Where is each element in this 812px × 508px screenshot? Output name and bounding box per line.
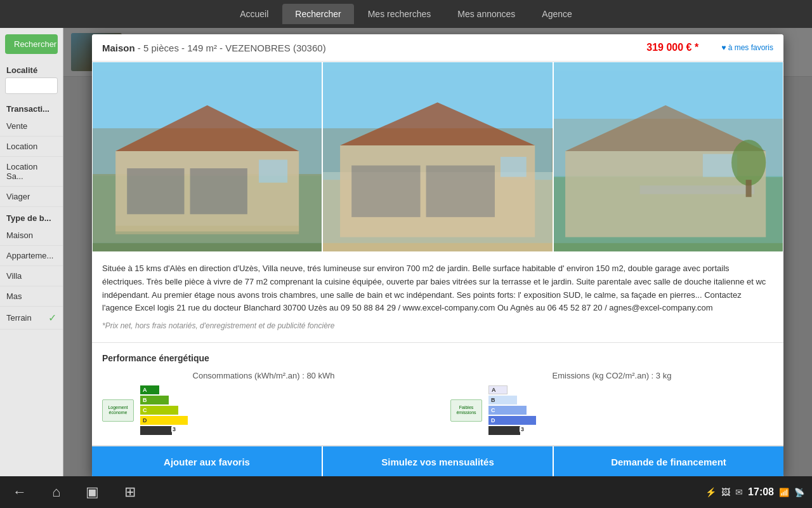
localite-input[interactable] (5, 77, 58, 94)
email-icon: ✉ (735, 487, 743, 497)
simulate-button[interactable]: Simulez vos mensualités (323, 446, 554, 476)
energy-logo-2: Faibles émissions (450, 399, 482, 422)
nav-mes-annonces[interactable]: Mes annonces (445, 4, 528, 24)
gallery-icon: 🖼 (721, 487, 730, 497)
financing-button[interactable]: Demande de financement (554, 446, 783, 476)
energy-logo-1: Logement économe (102, 399, 134, 422)
svg-rect-7 (115, 225, 299, 234)
property-price: 319 000 € * (646, 42, 698, 53)
energy-scale-1: A B C D 3 (140, 385, 188, 435)
android-qr-button[interactable]: ⊞ (112, 479, 148, 505)
energy-title: Performance énergétique (102, 353, 773, 363)
sidebar-item-appartement[interactable]: Apparteme... (0, 246, 63, 266)
android-recents-button[interactable]: ▣ (73, 479, 112, 505)
content-area: 330 000 € ALES(30100) Maison Maison - 5 … (63, 28, 812, 476)
sidebar-item-location-sa[interactable]: Location Sa... (0, 157, 63, 187)
modal-title: Maison - 5 pièces - 149 m² - VEZENOBRES … (102, 43, 326, 53)
property-modal: Maison - 5 pièces - 149 m² - VEZENOBRES … (92, 34, 783, 476)
search-button[interactable]: Rechercher (5, 34, 58, 54)
add-favorite-button[interactable]: Ajouter aux favoris (92, 446, 323, 476)
svg-rect-4 (127, 168, 184, 214)
energy-bar-d: D (140, 416, 188, 425)
nav-agence[interactable]: Agence (529, 4, 584, 24)
nav-rechercher[interactable]: Rechercher (282, 4, 353, 24)
sidebar-item-villa[interactable]: Villa (0, 266, 63, 286)
localite-label: Localité (0, 60, 63, 77)
top-navigation: Accueil Rechercher Mes recherches Mes an… (0, 0, 812, 28)
svg-rect-5 (190, 168, 247, 214)
svg-rect-13 (426, 166, 495, 217)
sidebar-item-vente[interactable]: Vente (0, 116, 63, 137)
energy-bar-e2: B (488, 396, 517, 404)
system-time: 17:08 (748, 486, 774, 498)
energy-bar-e-active: 3 (488, 426, 520, 435)
svg-rect-19 (639, 185, 754, 194)
svg-rect-22 (745, 180, 751, 197)
energy-bar-b: B (140, 396, 169, 404)
android-back-button[interactable]: ← (0, 479, 39, 505)
property-details: - 5 pièces - 149 m² - VEZENOBRES (30360) (138, 43, 326, 53)
terrain-checkmark: ✓ (48, 312, 56, 324)
energy-emissions: Emissions (kg CO2/m².an) : 3 kg Faibles … (450, 371, 773, 435)
modal-description: Située à 15 kms d'Alès en direction d'Uz… (92, 252, 783, 343)
android-bar: ← ⌂ ▣ ⊞ ⚡ 🖼 ✉ 17:08 📶 📡 (0, 476, 812, 508)
mobile-data-icon: 📡 (794, 488, 804, 497)
sidebar-item-maison[interactable]: Maison (0, 225, 63, 246)
android-status-bar: ⚡ 🖼 ✉ 17:08 📶 📡 (705, 486, 812, 498)
modal-overlay: Maison - 5 pièces - 149 m² - VEZENOBRES … (63, 28, 812, 476)
svg-rect-14 (501, 157, 527, 177)
energy-bar-active: 3 (140, 426, 172, 435)
main-layout: Rechercher Localité Transacti... Vente L… (0, 28, 812, 476)
energy-emissions-badge: Faibles émissions A B C D 3 (450, 385, 773, 435)
disclaimer-text: *Prix net, hors frais notariés, d'enregi… (102, 320, 773, 332)
svg-rect-6 (259, 160, 287, 183)
energy-emissions-label: Emissions (kg CO2/m².an) : 3 kg (450, 371, 773, 380)
sidebar-item-mas[interactable]: Mas (0, 286, 63, 307)
energy-bar-e1: A (488, 385, 508, 394)
property-photo-3[interactable] (553, 62, 783, 252)
modal-actions: Ajouter aux favoris Simulez vos mensuali… (92, 446, 783, 476)
energy-scale-2: A B C D 3 (488, 385, 536, 435)
energy-bar-e4: D (488, 416, 536, 425)
sidebar-item-location[interactable]: Location (0, 137, 63, 157)
energy-bar-a: A (140, 385, 159, 394)
transaction-label: Transacti... (0, 99, 63, 116)
property-photo-1[interactable] (92, 62, 322, 252)
favorite-button[interactable]: ♥ à mes favoris (721, 43, 773, 52)
energy-bar-c: C (140, 406, 178, 415)
energy-bar-e3: C (488, 406, 527, 415)
sidebar-item-viager[interactable]: Viager (0, 187, 63, 207)
energy-consommation: Consommations (kWh/m².an) : 80 kWh Logem… (102, 371, 425, 435)
svg-rect-12 (351, 166, 420, 217)
svg-point-21 (731, 140, 766, 185)
usb-icon: ⚡ (705, 487, 716, 497)
property-photo-2[interactable] (322, 62, 553, 252)
description-text: Située à 15 kms d'Alès en direction d'Uz… (102, 262, 773, 315)
property-type: Maison (102, 43, 135, 53)
photo-strip (92, 62, 783, 252)
nav-accueil[interactable]: Accueil (227, 4, 281, 24)
wifi-icon: 📶 (779, 488, 789, 497)
type-label: Type de b... (0, 207, 63, 225)
modal-header: Maison - 5 pièces - 149 m² - VEZENOBRES … (92, 34, 783, 62)
energy-consommation-label: Consommations (kWh/m².an) : 80 kWh (102, 371, 425, 380)
energy-row: Consommations (kWh/m².an) : 80 kWh Logem… (102, 371, 773, 435)
energy-consommation-badge: Logement économe A B C D 3 (102, 385, 425, 435)
android-home-button[interactable]: ⌂ (39, 479, 73, 505)
sidebar-item-terrain[interactable]: Terrain ✓ (0, 307, 63, 330)
energy-section: Performance énergétique Consommations (k… (92, 343, 783, 446)
sidebar: Rechercher Localité Transacti... Vente L… (0, 28, 63, 476)
nav-mes-recherches[interactable]: Mes recherches (355, 4, 444, 24)
